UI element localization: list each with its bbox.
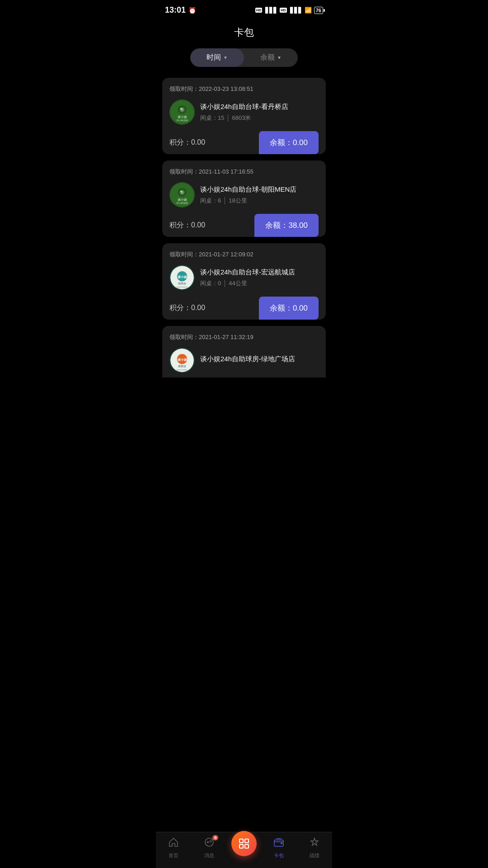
svg-rect-32 xyxy=(281,843,282,844)
wallet-icon xyxy=(273,837,284,850)
svg-text:24小时自助: 24小时自助 xyxy=(176,119,188,122)
nav-battle-label: 战绩 xyxy=(310,852,319,859)
cards-container: 领取时间：2022-03-23 13:08:51 谈小娱 24小时自助 谈小 xyxy=(156,78,332,320)
filter-balance-arrow: ▼ xyxy=(277,55,282,60)
logo-svg-2: 谈小娱 24小时自助 xyxy=(170,183,194,207)
card-info-4: 谈小娱 自助台 www.tanxiaoyu 谈小娱24h自助球房-绿地广场店 xyxy=(169,348,319,373)
signal-icon2: ▋▋▋ xyxy=(290,7,302,14)
filter-pill: 时间 ▼ 余额 ▼ xyxy=(190,48,298,67)
nav-message[interactable]: 8 消息 xyxy=(196,837,223,859)
svg-text:24小时自助: 24小时自助 xyxy=(176,202,188,204)
card-bottom-1: 积分：0.00 余额：0.00 xyxy=(169,131,319,154)
battle-icon xyxy=(309,837,320,850)
card-details-1: 谈小娱24h自助台球-看丹桥店 闲桌：156803米 xyxy=(200,102,319,122)
card-points-1: 积分：0.00 xyxy=(169,132,205,154)
card-info-2: 谈小娱 24小时自助 谈小娱24h自助台球-朝阳MEN店 闲桌：618公里 xyxy=(169,182,319,208)
logo-svg-1: 谈小娱 24小时自助 xyxy=(170,100,194,124)
card-points-2: 积分：0.00 xyxy=(169,214,205,236)
card-details-3: 谈小娱24h自助台球-宏远航城店 闲桌：044公里 xyxy=(200,268,319,288)
wifi-icon: 📶 xyxy=(305,7,312,14)
received-time-4: 2021-01-27 11:32:19 xyxy=(199,334,253,340)
card-balance-2[interactable]: 余额：38.00 xyxy=(254,214,319,237)
message-icon: 8 xyxy=(204,837,215,850)
filter-time-arrow: ▼ xyxy=(223,55,228,60)
card-time-4: 领取时间：2021-01-27 11:32:19 xyxy=(169,333,319,341)
card-meta-1: 闲桌：156803米 xyxy=(200,114,319,122)
svg-rect-27 xyxy=(239,839,243,843)
card-item[interactable]: 领取时间：2022-03-23 13:08:51 谈小娱 24小时自助 谈小 xyxy=(162,78,326,154)
svg-marker-33 xyxy=(311,838,318,845)
card-details-2: 谈小娱24h自助台球-朝阳MEN店 闲桌：618公里 xyxy=(200,185,319,205)
svg-text:www.tanxiaoyu: www.tanxiaoyu xyxy=(177,286,188,288)
logo-svg-3: 谈小娱 自助台 www.tanxiaoyu xyxy=(170,266,194,289)
received-label-3: 领取时间： xyxy=(169,251,199,258)
message-badge: 8 xyxy=(212,835,218,840)
svg-text:谈小娱: 谈小娱 xyxy=(178,358,188,362)
card-bottom-2: 积分：0.00 余额：38.00 xyxy=(169,214,319,237)
svg-text:谈小娱: 谈小娱 xyxy=(178,198,187,202)
card-info-1: 谈小娱 24小时自助 谈小娱24h自助台球-看丹桥店 闲桌：156803米 xyxy=(169,99,319,125)
card-meta-3: 闲桌：044公里 xyxy=(200,279,319,288)
filter-time-label: 时间 xyxy=(206,53,221,62)
card-name-1: 谈小娱24h自助台球-看丹桥店 xyxy=(200,102,319,111)
home-icon xyxy=(168,837,179,850)
card-item[interactable]: 领取时间：2021-01-27 12:09:02 谈小娱 自助台 www.tan… xyxy=(162,243,326,320)
card-name-4: 谈小娱24h自助球房-绿地广场店 xyxy=(200,354,319,363)
nav-scan-button[interactable] xyxy=(231,831,257,856)
svg-rect-30 xyxy=(245,844,249,848)
filter-balance-button[interactable]: 余额 ▼ xyxy=(244,48,298,67)
page-title: 卡包 xyxy=(156,19,332,48)
svg-point-25 xyxy=(207,841,209,843)
svg-text:谈小娱: 谈小娱 xyxy=(178,115,187,119)
nav-message-label: 消息 xyxy=(204,852,214,859)
nav-home[interactable]: 首页 xyxy=(160,837,187,859)
svg-text:谈小娱: 谈小娱 xyxy=(178,275,188,279)
card-details-4: 谈小娱24h自助球房-绿地广场店 xyxy=(200,354,319,366)
card-balance-1[interactable]: 余额：0.00 xyxy=(259,131,319,154)
signal-icon: ▋▋▋ xyxy=(265,7,277,14)
filter-bar: 时间 ▼ 余额 ▼ xyxy=(156,48,332,67)
bottom-nav: 首页 8 消息 卡包 xyxy=(156,832,332,868)
svg-text:www.tanxiaoyu: www.tanxiaoyu xyxy=(177,369,188,371)
alarm-icon: ⏰ xyxy=(188,7,196,14)
partial-card-wrapper: 领取时间：2021-01-27 11:32:19 谈小娱 自助台 www.tan… xyxy=(156,326,332,377)
svg-text:自助台: 自助台 xyxy=(178,365,186,368)
hd-badge2: HD xyxy=(280,8,287,13)
status-bar: 13:01 ⏰ HD ▋▋▋ HD ▋▋▋ 📶 76 xyxy=(156,0,332,19)
svg-rect-28 xyxy=(245,839,249,843)
card-time-1: 领取时间：2022-03-23 13:08:51 xyxy=(169,85,319,93)
logo-svg-4: 谈小娱 自助台 www.tanxiaoyu xyxy=(170,349,194,372)
filter-time-button[interactable]: 时间 ▼ xyxy=(190,48,244,67)
card-logo-1: 谈小娱 24小时自助 xyxy=(169,99,195,125)
svg-rect-29 xyxy=(239,844,243,848)
card-time-2: 领取时间：2021-11-03 17:16:55 xyxy=(169,168,319,176)
hd-badge: HD xyxy=(255,8,263,13)
svg-point-24 xyxy=(205,838,213,846)
card-time-3: 领取时间：2021-01-27 12:09:02 xyxy=(169,250,319,259)
card-logo-4: 谈小娱 自助台 www.tanxiaoyu xyxy=(169,348,195,373)
received-time-1: 2022-03-23 13:08:51 xyxy=(199,85,253,92)
received-time-3: 2021-01-27 12:09:02 xyxy=(199,251,253,258)
nav-home-label: 首页 xyxy=(169,852,178,859)
card-name-2: 谈小娱24h自助台球-朝阳MEN店 xyxy=(200,185,319,194)
battery-icon: 76 xyxy=(314,7,323,14)
svg-point-6 xyxy=(180,108,182,110)
card-name-3: 谈小娱24h自助台球-宏远航城店 xyxy=(200,268,319,277)
nav-wallet[interactable]: 卡包 xyxy=(265,837,292,859)
card-logo-3: 谈小娱 自助台 www.tanxiaoyu xyxy=(169,265,195,290)
card-bottom-3: 积分：0.00 余额：0.00 xyxy=(169,297,319,320)
received-label-2: 领取时间： xyxy=(169,168,199,175)
received-label-4: 领取时间： xyxy=(169,334,199,340)
card-logo-2: 谈小娱 24小时自助 xyxy=(169,182,195,208)
nav-battle[interactable]: 战绩 xyxy=(301,837,328,859)
svg-text:自助台: 自助台 xyxy=(178,282,186,285)
card-meta-2: 闲桌：618公里 xyxy=(200,197,319,205)
divider-3 xyxy=(225,280,225,287)
nav-wallet-label: 卡包 xyxy=(274,852,284,859)
status-time: 13:01 xyxy=(165,5,186,15)
received-time-2: 2021-11-03 17:16:55 xyxy=(199,168,253,175)
filter-balance-label: 余额 xyxy=(260,53,275,62)
card-item-partial[interactable]: 领取时间：2021-01-27 11:32:19 谈小娱 自助台 www.tan… xyxy=(162,326,326,377)
card-item[interactable]: 领取时间：2021-11-03 17:16:55 谈小娱 24小时自助 谈小 xyxy=(162,160,326,237)
card-balance-3[interactable]: 余额：0.00 xyxy=(259,297,319,320)
